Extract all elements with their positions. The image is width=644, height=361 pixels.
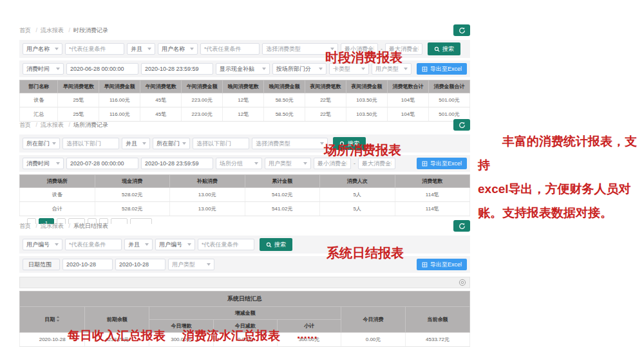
column-header-change-group: 增减金额 bbox=[149, 307, 341, 320]
time-from-input[interactable] bbox=[66, 158, 138, 169]
bottom-note-item: ...... bbox=[297, 328, 317, 344]
settings-icon[interactable] bbox=[459, 279, 466, 286]
consume-type-select[interactable]: 选择消费类型 bbox=[252, 138, 328, 149]
column-header: 早间消费笔数 bbox=[58, 80, 99, 93]
condition-input-1[interactable] bbox=[65, 43, 124, 55]
column-header: 夜间消费金额 bbox=[346, 80, 388, 93]
breadcrumb-home[interactable]: 首页 bbox=[19, 223, 31, 229]
time-from-input[interactable] bbox=[66, 63, 138, 75]
column-header: 消费笔数 bbox=[395, 175, 470, 188]
group-by-place-dept-select[interactable]: 按场所部门分 bbox=[272, 63, 327, 75]
condition-input-2[interactable] bbox=[198, 239, 254, 250]
table-cell: 5人 bbox=[320, 202, 395, 216]
chevron-down-icon bbox=[56, 162, 60, 165]
search-button[interactable]: 搜索 bbox=[428, 42, 460, 55]
refresh-button[interactable] bbox=[453, 24, 470, 36]
max-amount-input[interactable] bbox=[358, 158, 395, 169]
chevron-down-icon bbox=[142, 142, 146, 145]
table-title: 系统日结汇总 bbox=[20, 292, 470, 307]
chevron-down-icon bbox=[52, 142, 56, 145]
dept-field-select-2[interactable]: 所在部门 bbox=[153, 138, 190, 149]
export-excel-button[interactable]: 导出至Excel bbox=[417, 63, 467, 75]
export-excel-button[interactable]: 导出至Excel bbox=[417, 158, 467, 169]
refresh-button[interactable] bbox=[453, 119, 470, 131]
condition-input-1[interactable] bbox=[65, 239, 122, 250]
user-name-field-select[interactable]: 用户名称 bbox=[23, 43, 62, 55]
column-header: 消费人次 bbox=[320, 175, 395, 188]
date-range-label: 日期范围 bbox=[23, 259, 60, 270]
sort-icon[interactable] bbox=[56, 316, 60, 322]
chevron-down-icon bbox=[254, 162, 258, 165]
column-header: 消费金额合计 bbox=[428, 80, 469, 93]
dept-input-1[interactable] bbox=[62, 138, 119, 149]
column-header: 早间消费金额 bbox=[99, 80, 140, 93]
time-to-input[interactable] bbox=[141, 158, 213, 169]
place-report-panel: 首页 流水报表 场所消费记录 所在部门 并且 所在部门 选择消费类型 搜索 消费… bbox=[19, 118, 470, 224]
user-type-select[interactable]: 用户类型 bbox=[168, 259, 214, 270]
search-button[interactable]: 搜索 bbox=[260, 238, 292, 251]
min-amount-input[interactable] bbox=[314, 158, 351, 169]
table-cell: 5人 bbox=[320, 188, 395, 202]
column-header: 晚间消费金额 bbox=[264, 80, 305, 93]
breadcrumb-flow-reports[interactable]: 流水报表 bbox=[33, 223, 64, 229]
column-header: 现金消费 bbox=[95, 175, 170, 188]
time-to-input[interactable] bbox=[141, 63, 213, 75]
chevron-down-icon bbox=[361, 68, 365, 70]
condition-input-2[interactable] bbox=[200, 43, 260, 55]
annotation-daily-report-label: 系统日结报表 bbox=[327, 245, 404, 262]
table-row: 设备25笔116.00元45笔223.00元12笔58.50元22笔103.50… bbox=[20, 93, 470, 107]
column-header: 夜间消费笔数 bbox=[305, 80, 346, 93]
range-separator: - bbox=[354, 160, 355, 167]
column-header: 消费笔数合计 bbox=[388, 80, 429, 93]
place-group-select[interactable]: 场所分组 bbox=[216, 158, 262, 169]
chevron-down-icon bbox=[55, 243, 59, 246]
select-value: 用户名称 bbox=[26, 45, 50, 53]
table-toolbar bbox=[19, 277, 470, 288]
and-or-select[interactable]: 并且 bbox=[122, 138, 150, 149]
column-header: 午间消费金额 bbox=[182, 80, 223, 93]
export-excel-label: 导出至Excel bbox=[430, 160, 462, 168]
date-from-input[interactable] bbox=[62, 259, 113, 270]
chevron-down-icon bbox=[303, 162, 307, 165]
user-no-field-select-2[interactable]: 用户编号 bbox=[155, 239, 195, 250]
refresh-button[interactable] bbox=[453, 220, 470, 232]
panel-header: 首页 流水报表 场所消费记录 bbox=[19, 118, 470, 132]
select-value: 用户名称 bbox=[162, 45, 185, 53]
consume-time-field-select[interactable]: 消费时间 bbox=[23, 158, 64, 169]
chevron-down-icon bbox=[55, 48, 59, 50]
chevron-down-icon bbox=[56, 68, 60, 70]
date-to-input[interactable] bbox=[115, 259, 166, 270]
export-excel-button[interactable]: 导出至Excel bbox=[417, 259, 467, 270]
annotation-bottom-note: 每日收入汇总报表 消费流水汇总报表 ...... bbox=[68, 328, 317, 344]
bottom-note-item: 每日收入汇总报表 bbox=[68, 328, 166, 344]
annotation-place-report-label: 场所消费报表 bbox=[324, 142, 401, 159]
time-period-report-panel: 首页 流水报表 时段消费记录 用户名称 并且 用户名称 选择消费类型 - 搜索 … bbox=[19, 23, 470, 122]
excel-icon bbox=[422, 66, 428, 72]
dept-field-select[interactable]: 所在部门 bbox=[23, 138, 60, 149]
show-cash-subsidy-select[interactable]: 显示现金补贴 bbox=[216, 63, 270, 75]
dept-input-2[interactable] bbox=[193, 138, 249, 149]
select-placeholder: 用户类型 bbox=[269, 160, 292, 168]
breadcrumb-current: 系统日结报表 bbox=[66, 223, 109, 229]
chevron-down-icon bbox=[187, 243, 191, 246]
select-value: 用户编号 bbox=[159, 241, 182, 249]
annotation-side-note: 丰富的消费统计报表，支持 excel导出，方便财务人员对 账。支持报表数据对接。 bbox=[478, 129, 644, 225]
breadcrumb-flow-reports[interactable]: 流水报表 bbox=[33, 122, 64, 128]
chevron-down-icon bbox=[319, 68, 323, 70]
table-cell: 104笔 bbox=[388, 93, 429, 107]
table-cell: 设备 bbox=[20, 188, 95, 202]
breadcrumb: 首页 流水报表 场所消费记录 bbox=[19, 121, 108, 129]
user-name-field-select-2[interactable]: 用户名称 bbox=[158, 43, 198, 55]
breadcrumb-flow-reports[interactable]: 流水报表 bbox=[33, 27, 64, 33]
user-no-field-select[interactable]: 用户编号 bbox=[23, 239, 62, 250]
column-header: 累计金额 bbox=[245, 175, 320, 188]
user-type-select[interactable]: 用户类型 bbox=[265, 158, 311, 169]
breadcrumb-home[interactable]: 首页 bbox=[19, 122, 31, 128]
consume-time-field-select[interactable]: 消费时间 bbox=[23, 63, 64, 75]
breadcrumb-home[interactable]: 首页 bbox=[19, 27, 31, 33]
and-or-select[interactable]: 并且 bbox=[127, 43, 155, 55]
filter-row-2: 消费时间 场所分组 用户类型 - 导出至Excel bbox=[19, 155, 470, 172]
search-label: 搜索 bbox=[442, 45, 454, 53]
and-or-select[interactable]: 并且 bbox=[124, 239, 153, 250]
select-placeholder: 用户类型 bbox=[172, 261, 195, 269]
